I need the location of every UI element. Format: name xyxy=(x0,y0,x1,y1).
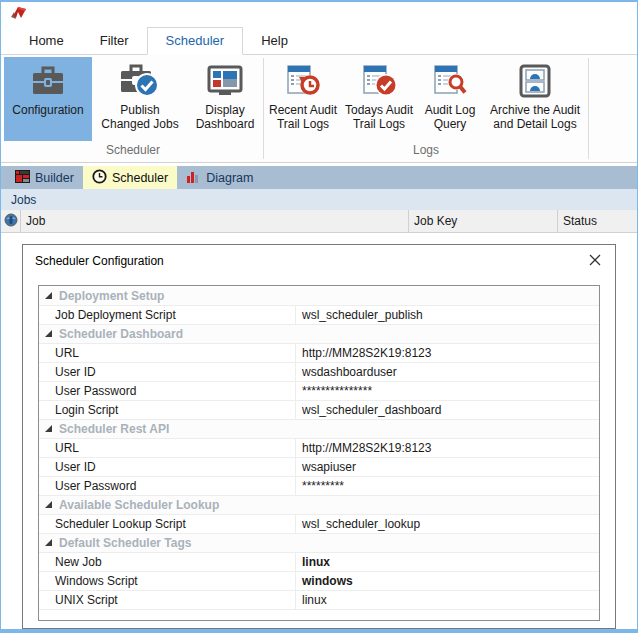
view-tab-strip: Builder Scheduler Diagram xyxy=(1,166,637,189)
ribbon-button-label: Configuration xyxy=(12,103,83,117)
menu-tab-filter[interactable]: Filter xyxy=(82,28,147,54)
publish-changed-jobs-button[interactable]: Publish Changed Jobs xyxy=(92,57,188,141)
column-header-job[interactable]: Job xyxy=(21,210,409,232)
property-row: UNIX Script linux xyxy=(39,591,599,610)
wherescape-red-logo-icon xyxy=(9,5,29,25)
property-row: New Job linux xyxy=(39,553,599,572)
section-header-label: Default Scheduler Tags xyxy=(59,536,191,550)
briefcase-check-icon xyxy=(120,62,160,100)
property-row: URL http://MM28S2K19:8123 xyxy=(39,344,599,363)
property-name: User Password xyxy=(39,382,295,400)
property-name: URL xyxy=(39,344,295,362)
property-value[interactable]: wsl_scheduler_lookup xyxy=(295,515,599,533)
ribbon-button-label: Archive the Audit and Detail Logs xyxy=(486,103,584,131)
ribbon-group-scheduler: Configuration Publi xyxy=(4,55,262,162)
recent-audit-trail-logs-button[interactable]: Recent Audit Trail Logs xyxy=(265,57,341,141)
property-section-header[interactable]: Scheduler Dashboard xyxy=(39,325,599,344)
property-value[interactable]: http://MM28S2K19:8123 xyxy=(295,439,599,457)
configuration-button[interactable]: Configuration xyxy=(4,57,92,141)
menu-tab-home[interactable]: Home xyxy=(11,28,82,54)
property-name: Scheduler Lookup Script xyxy=(39,515,295,533)
briefcase-icon xyxy=(30,62,66,100)
log-check-icon xyxy=(360,62,398,100)
display-dashboard-button[interactable]: Display Dashboard xyxy=(188,57,262,141)
property-name: URL xyxy=(39,439,295,457)
property-name: UNIX Script xyxy=(39,591,295,609)
collapse-triangle-icon xyxy=(45,327,53,341)
property-value[interactable]: wsl_scheduler_publish xyxy=(295,306,599,324)
log-history-icon xyxy=(284,62,322,100)
collapse-triangle-icon xyxy=(45,422,53,436)
property-row: User Password *************** xyxy=(39,382,599,401)
property-value[interactable]: linux xyxy=(295,591,599,609)
close-icon[interactable] xyxy=(586,251,604,269)
log-search-icon xyxy=(431,62,469,100)
column-header-status[interactable]: Status xyxy=(558,210,637,232)
section-header-label: Deployment Setup xyxy=(59,289,164,303)
scheduler-configuration-dialog: Scheduler Configuration Deployment Setup… xyxy=(22,244,616,629)
ribbon-button-label: Todays Audit Trail Logs xyxy=(344,103,414,131)
menu-tab-bar: Home Filter Scheduler Help xyxy=(1,28,637,55)
property-row: Login Script wsl_scheduler_dashboard xyxy=(39,401,599,420)
ribbon-group-label-scheduler: Scheduler xyxy=(4,143,262,162)
archive-audit-detail-logs-button[interactable]: Archive the Audit and Detail Logs xyxy=(483,57,587,141)
dashboard-monitor-icon xyxy=(207,62,243,100)
property-value[interactable]: http://MM28S2K19:8123 xyxy=(295,344,599,362)
ribbon-button-label: Audit Log Query xyxy=(420,103,480,131)
ribbon-group-logs: Recent Audit Trail Logs xyxy=(265,55,587,162)
audit-log-query-button[interactable]: Audit Log Query xyxy=(417,57,483,141)
column-header-job-key[interactable]: Job Key xyxy=(409,210,558,232)
section-header-label: Scheduler Rest API xyxy=(59,422,169,436)
archive-box-icon xyxy=(518,62,552,100)
view-tab-scheduler[interactable]: Scheduler xyxy=(83,166,177,189)
section-header-label: Scheduler Dashboard xyxy=(59,327,183,341)
property-section-header[interactable]: Scheduler Rest API xyxy=(39,420,599,439)
property-name: User ID xyxy=(39,458,295,476)
property-row: User ID wsapiuser xyxy=(39,458,599,477)
property-row: Scheduler Lookup Script wsl_scheduler_lo… xyxy=(39,515,599,534)
view-tab-label: Scheduler xyxy=(112,171,168,185)
view-tab-diagram[interactable]: Diagram xyxy=(177,166,262,189)
property-value[interactable]: ********* xyxy=(295,477,599,495)
collapse-triangle-icon xyxy=(45,536,53,550)
property-section-header[interactable]: Default Scheduler Tags xyxy=(39,534,599,553)
ribbon-group-label-logs: Logs xyxy=(265,143,587,162)
collapse-triangle-icon xyxy=(45,289,53,303)
title-bar xyxy=(1,2,637,28)
jobs-panel-title-label: Jobs xyxy=(11,193,36,207)
dialog-title: Scheduler Configuration xyxy=(35,254,164,268)
ribbon-group-separator xyxy=(263,58,264,159)
property-value[interactable]: wsl_scheduler_dashboard xyxy=(295,401,599,419)
job-icon-column-header[interactable] xyxy=(1,210,21,232)
property-name: Job Deployment Script xyxy=(39,306,295,324)
property-value[interactable]: wsdashboarduser xyxy=(295,363,599,381)
property-name: User Password xyxy=(39,477,295,495)
property-section-header[interactable]: Deployment Setup xyxy=(39,287,599,306)
app-window: Home Filter Scheduler Help xyxy=(0,0,638,633)
job-sphere-icon xyxy=(4,213,18,230)
view-tab-label: Builder xyxy=(35,171,74,185)
jobs-table-header: Job Job Key Status xyxy=(1,210,637,233)
property-section-header[interactable]: Available Scheduler Lookup xyxy=(39,496,599,515)
property-row: Windows Script windows xyxy=(39,572,599,591)
property-value[interactable]: windows xyxy=(295,572,599,590)
ribbon-button-label: Recent Audit Trail Logs xyxy=(268,103,338,131)
property-grid: Deployment Setup Job Deployment Script w… xyxy=(38,285,600,621)
view-tab-builder[interactable]: Builder xyxy=(6,166,83,189)
property-name: User ID xyxy=(39,363,295,381)
view-tab-label: Diagram xyxy=(206,171,253,185)
property-row: User ID wsdashboarduser xyxy=(39,363,599,382)
todays-audit-trail-logs-button[interactable]: Todays Audit Trail Logs xyxy=(341,57,417,141)
jobs-panel-title: Jobs xyxy=(1,189,637,210)
property-value[interactable]: linux xyxy=(295,553,599,571)
collapse-triangle-icon xyxy=(45,498,53,512)
property-row: URL http://MM28S2K19:8123 xyxy=(39,439,599,458)
property-value[interactable]: wsapiuser xyxy=(295,458,599,476)
menu-tab-scheduler[interactable]: Scheduler xyxy=(147,27,244,55)
property-value[interactable]: *************** xyxy=(295,382,599,400)
builder-window-icon xyxy=(15,170,30,186)
dialog-title-bar: Scheduler Configuration xyxy=(23,245,615,275)
menu-tab-help[interactable]: Help xyxy=(243,28,306,54)
property-name: New Job xyxy=(39,553,295,571)
clock-icon xyxy=(92,169,107,187)
